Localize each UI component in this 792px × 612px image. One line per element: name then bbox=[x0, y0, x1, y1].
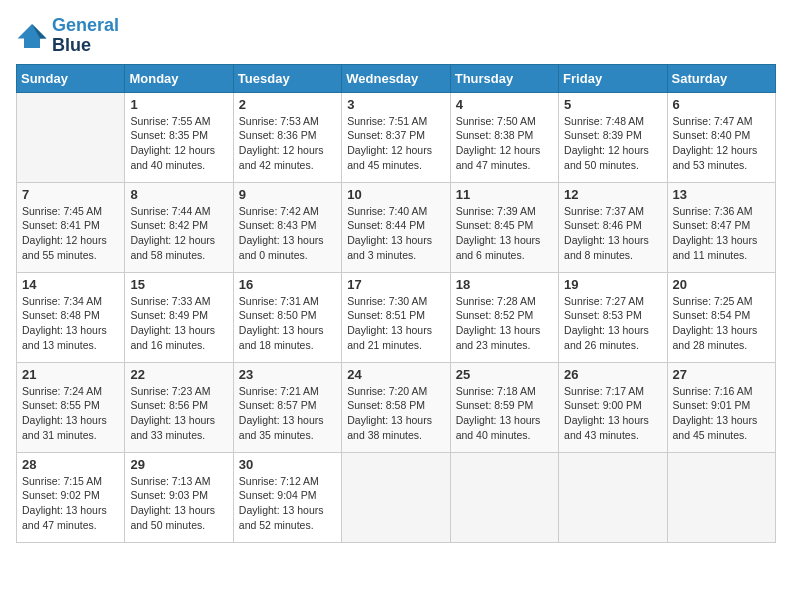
calendar-cell: 24Sunrise: 7:20 AMSunset: 8:58 PMDayligh… bbox=[342, 362, 450, 452]
weekday-header-sunday: Sunday bbox=[17, 64, 125, 92]
day-number: 8 bbox=[130, 187, 227, 202]
day-number: 3 bbox=[347, 97, 444, 112]
day-number: 14 bbox=[22, 277, 119, 292]
calendar-cell bbox=[450, 452, 558, 542]
day-number: 2 bbox=[239, 97, 336, 112]
calendar-cell: 15Sunrise: 7:33 AMSunset: 8:49 PMDayligh… bbox=[125, 272, 233, 362]
day-detail: Sunrise: 7:39 AMSunset: 8:45 PMDaylight:… bbox=[456, 204, 553, 263]
calendar-cell: 17Sunrise: 7:30 AMSunset: 8:51 PMDayligh… bbox=[342, 272, 450, 362]
calendar-cell: 20Sunrise: 7:25 AMSunset: 8:54 PMDayligh… bbox=[667, 272, 775, 362]
day-detail: Sunrise: 7:27 AMSunset: 8:53 PMDaylight:… bbox=[564, 294, 661, 353]
calendar-table: SundayMondayTuesdayWednesdayThursdayFrid… bbox=[16, 64, 776, 543]
calendar-week-row: 28Sunrise: 7:15 AMSunset: 9:02 PMDayligh… bbox=[17, 452, 776, 542]
calendar-cell: 13Sunrise: 7:36 AMSunset: 8:47 PMDayligh… bbox=[667, 182, 775, 272]
day-detail: Sunrise: 7:51 AMSunset: 8:37 PMDaylight:… bbox=[347, 114, 444, 173]
calendar-cell: 4Sunrise: 7:50 AMSunset: 8:38 PMDaylight… bbox=[450, 92, 558, 182]
day-number: 16 bbox=[239, 277, 336, 292]
weekday-header-saturday: Saturday bbox=[667, 64, 775, 92]
day-detail: Sunrise: 7:21 AMSunset: 8:57 PMDaylight:… bbox=[239, 384, 336, 443]
day-number: 18 bbox=[456, 277, 553, 292]
calendar-cell: 3Sunrise: 7:51 AMSunset: 8:37 PMDaylight… bbox=[342, 92, 450, 182]
day-detail: Sunrise: 7:17 AMSunset: 9:00 PMDaylight:… bbox=[564, 384, 661, 443]
day-detail: Sunrise: 7:50 AMSunset: 8:38 PMDaylight:… bbox=[456, 114, 553, 173]
calendar-cell: 21Sunrise: 7:24 AMSunset: 8:55 PMDayligh… bbox=[17, 362, 125, 452]
calendar-cell: 5Sunrise: 7:48 AMSunset: 8:39 PMDaylight… bbox=[559, 92, 667, 182]
day-detail: Sunrise: 7:48 AMSunset: 8:39 PMDaylight:… bbox=[564, 114, 661, 173]
day-detail: Sunrise: 7:44 AMSunset: 8:42 PMDaylight:… bbox=[130, 204, 227, 263]
day-detail: Sunrise: 7:12 AMSunset: 9:04 PMDaylight:… bbox=[239, 474, 336, 533]
day-number: 25 bbox=[456, 367, 553, 382]
day-number: 4 bbox=[456, 97, 553, 112]
day-number: 30 bbox=[239, 457, 336, 472]
logo-text: General Blue bbox=[52, 16, 119, 56]
calendar-week-row: 7Sunrise: 7:45 AMSunset: 8:41 PMDaylight… bbox=[17, 182, 776, 272]
day-number: 19 bbox=[564, 277, 661, 292]
day-number: 6 bbox=[673, 97, 770, 112]
day-detail: Sunrise: 7:37 AMSunset: 8:46 PMDaylight:… bbox=[564, 204, 661, 263]
day-detail: Sunrise: 7:16 AMSunset: 9:01 PMDaylight:… bbox=[673, 384, 770, 443]
calendar-week-row: 21Sunrise: 7:24 AMSunset: 8:55 PMDayligh… bbox=[17, 362, 776, 452]
calendar-cell: 18Sunrise: 7:28 AMSunset: 8:52 PMDayligh… bbox=[450, 272, 558, 362]
day-number: 20 bbox=[673, 277, 770, 292]
calendar-cell bbox=[342, 452, 450, 542]
day-detail: Sunrise: 7:31 AMSunset: 8:50 PMDaylight:… bbox=[239, 294, 336, 353]
calendar-cell: 2Sunrise: 7:53 AMSunset: 8:36 PMDaylight… bbox=[233, 92, 341, 182]
logo: General Blue bbox=[16, 16, 119, 56]
day-number: 15 bbox=[130, 277, 227, 292]
day-number: 22 bbox=[130, 367, 227, 382]
day-number: 27 bbox=[673, 367, 770, 382]
calendar-cell: 28Sunrise: 7:15 AMSunset: 9:02 PMDayligh… bbox=[17, 452, 125, 542]
calendar-cell: 1Sunrise: 7:55 AMSunset: 8:35 PMDaylight… bbox=[125, 92, 233, 182]
calendar-cell: 14Sunrise: 7:34 AMSunset: 8:48 PMDayligh… bbox=[17, 272, 125, 362]
day-number: 24 bbox=[347, 367, 444, 382]
weekday-header-tuesday: Tuesday bbox=[233, 64, 341, 92]
calendar-cell bbox=[17, 92, 125, 182]
day-detail: Sunrise: 7:45 AMSunset: 8:41 PMDaylight:… bbox=[22, 204, 119, 263]
calendar-cell: 26Sunrise: 7:17 AMSunset: 9:00 PMDayligh… bbox=[559, 362, 667, 452]
calendar-cell: 29Sunrise: 7:13 AMSunset: 9:03 PMDayligh… bbox=[125, 452, 233, 542]
day-detail: Sunrise: 7:13 AMSunset: 9:03 PMDaylight:… bbox=[130, 474, 227, 533]
calendar-cell: 19Sunrise: 7:27 AMSunset: 8:53 PMDayligh… bbox=[559, 272, 667, 362]
day-number: 11 bbox=[456, 187, 553, 202]
day-number: 5 bbox=[564, 97, 661, 112]
day-detail: Sunrise: 7:18 AMSunset: 8:59 PMDaylight:… bbox=[456, 384, 553, 443]
logo-icon bbox=[16, 22, 48, 50]
day-detail: Sunrise: 7:15 AMSunset: 9:02 PMDaylight:… bbox=[22, 474, 119, 533]
day-detail: Sunrise: 7:30 AMSunset: 8:51 PMDaylight:… bbox=[347, 294, 444, 353]
weekday-header-row: SundayMondayTuesdayWednesdayThursdayFrid… bbox=[17, 64, 776, 92]
day-detail: Sunrise: 7:47 AMSunset: 8:40 PMDaylight:… bbox=[673, 114, 770, 173]
calendar-week-row: 14Sunrise: 7:34 AMSunset: 8:48 PMDayligh… bbox=[17, 272, 776, 362]
day-number: 12 bbox=[564, 187, 661, 202]
weekday-header-thursday: Thursday bbox=[450, 64, 558, 92]
day-number: 7 bbox=[22, 187, 119, 202]
day-detail: Sunrise: 7:53 AMSunset: 8:36 PMDaylight:… bbox=[239, 114, 336, 173]
calendar-cell bbox=[667, 452, 775, 542]
calendar-cell: 9Sunrise: 7:42 AMSunset: 8:43 PMDaylight… bbox=[233, 182, 341, 272]
day-detail: Sunrise: 7:42 AMSunset: 8:43 PMDaylight:… bbox=[239, 204, 336, 263]
calendar-cell: 12Sunrise: 7:37 AMSunset: 8:46 PMDayligh… bbox=[559, 182, 667, 272]
calendar-cell bbox=[559, 452, 667, 542]
calendar-cell: 30Sunrise: 7:12 AMSunset: 9:04 PMDayligh… bbox=[233, 452, 341, 542]
day-number: 21 bbox=[22, 367, 119, 382]
weekday-header-wednesday: Wednesday bbox=[342, 64, 450, 92]
day-number: 10 bbox=[347, 187, 444, 202]
weekday-header-friday: Friday bbox=[559, 64, 667, 92]
calendar-cell: 27Sunrise: 7:16 AMSunset: 9:01 PMDayligh… bbox=[667, 362, 775, 452]
day-number: 29 bbox=[130, 457, 227, 472]
calendar-cell: 10Sunrise: 7:40 AMSunset: 8:44 PMDayligh… bbox=[342, 182, 450, 272]
day-number: 13 bbox=[673, 187, 770, 202]
day-detail: Sunrise: 7:20 AMSunset: 8:58 PMDaylight:… bbox=[347, 384, 444, 443]
day-detail: Sunrise: 7:24 AMSunset: 8:55 PMDaylight:… bbox=[22, 384, 119, 443]
day-number: 26 bbox=[564, 367, 661, 382]
day-number: 23 bbox=[239, 367, 336, 382]
calendar-cell: 8Sunrise: 7:44 AMSunset: 8:42 PMDaylight… bbox=[125, 182, 233, 272]
calendar-cell: 22Sunrise: 7:23 AMSunset: 8:56 PMDayligh… bbox=[125, 362, 233, 452]
calendar-cell: 16Sunrise: 7:31 AMSunset: 8:50 PMDayligh… bbox=[233, 272, 341, 362]
calendar-cell: 11Sunrise: 7:39 AMSunset: 8:45 PMDayligh… bbox=[450, 182, 558, 272]
day-detail: Sunrise: 7:36 AMSunset: 8:47 PMDaylight:… bbox=[673, 204, 770, 263]
calendar-cell: 25Sunrise: 7:18 AMSunset: 8:59 PMDayligh… bbox=[450, 362, 558, 452]
header: General Blue bbox=[16, 16, 776, 56]
day-detail: Sunrise: 7:33 AMSunset: 8:49 PMDaylight:… bbox=[130, 294, 227, 353]
day-number: 28 bbox=[22, 457, 119, 472]
day-number: 17 bbox=[347, 277, 444, 292]
